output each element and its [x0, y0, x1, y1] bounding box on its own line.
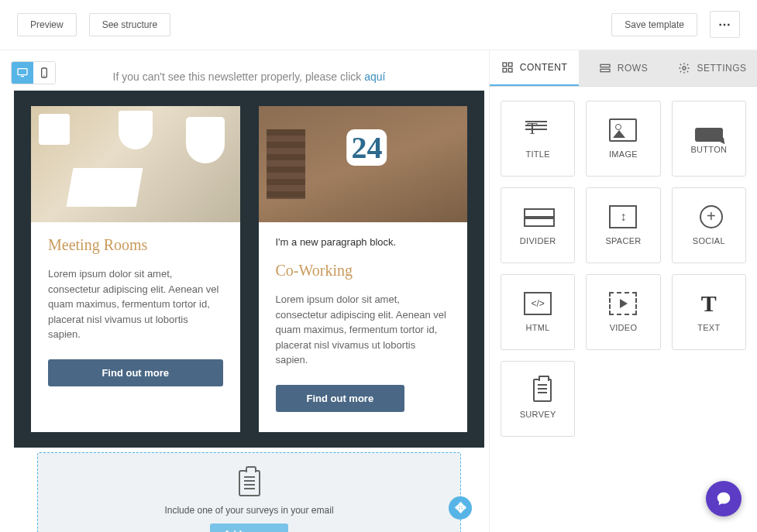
add-survey-button[interactable]: Add survey — [210, 523, 288, 533]
tab-content[interactable]: CONTENT — [490, 50, 579, 86]
find-out-more-button[interactable]: Find out more — [276, 385, 405, 412]
tile-label: TEXT — [697, 323, 720, 332]
tile-image[interactable]: IMAGE — [586, 101, 660, 177]
more-options-button[interactable]: ⋯ — [710, 11, 740, 38]
email-canvas[interactable]: Meeting Rooms Lorem ipsum dolor sit amet… — [14, 91, 484, 448]
tile-label: DIVIDER — [520, 236, 556, 245]
svg-point-3 — [43, 75, 44, 76]
tile-social[interactable]: SOCIAL — [672, 187, 746, 263]
video-icon — [609, 292, 637, 315]
tile-text[interactable]: TEXT — [672, 274, 746, 350]
card-meeting-rooms[interactable]: Meeting Rooms Lorem ipsum dolor sit amet… — [31, 106, 240, 432]
tile-spacer[interactable]: SPACER — [586, 187, 660, 263]
find-out-more-button[interactable]: Find out more — [48, 359, 223, 386]
device-toggle — [11, 61, 56, 84]
title-icon — [524, 118, 552, 142]
move-handle[interactable] — [449, 496, 472, 520]
divider-icon — [524, 205, 552, 228]
sidebar-tabs: CONTENT ROWS SETTINGS — [490, 50, 757, 87]
svg-rect-1 — [21, 76, 24, 77]
svg-point-10 — [683, 67, 686, 70]
desktop-icon — [16, 67, 29, 79]
button-icon — [695, 128, 723, 142]
card-body: Meeting Rooms Lorem ipsum dolor sit amet… — [31, 222, 240, 407]
tile-label: HTML — [526, 323, 550, 332]
mobile-icon — [38, 67, 50, 79]
image-icon — [609, 118, 637, 142]
editor-scroll: If you can't see this newsletter properl… — [0, 50, 489, 532]
editor-pane[interactable]: If you can't see this newsletter properl… — [0, 50, 490, 532]
tile-button[interactable]: BUTTON — [672, 101, 746, 177]
preview-text-prefix: If you can't see this newsletter properl… — [113, 70, 365, 83]
tile-survey[interactable]: SURVEY — [501, 361, 575, 437]
tab-settings[interactable]: SETTINGS — [668, 50, 757, 86]
rows-icon — [599, 62, 611, 74]
top-bar: Preview See structure Save template ⋯ — [0, 0, 757, 50]
tab-rows[interactable]: ROWS — [579, 50, 668, 86]
card-intro-paragraph: I'm a new paragraph block. — [276, 236, 451, 248]
content-tiles-grid: TITLE IMAGE BUTTON DIVIDER SPACER SOCIAL — [490, 87, 757, 451]
svg-rect-8 — [600, 64, 610, 67]
dropzone-wrap: Include one of your surveys in your emai… — [37, 452, 461, 533]
survey-icon — [533, 379, 552, 402]
card-paragraph: Lorem ipsum dolor sit amet, consectetur … — [276, 292, 451, 368]
social-icon — [700, 205, 723, 228]
tile-html[interactable]: HTML — [501, 274, 575, 350]
clipboard-icon — [239, 470, 260, 496]
save-template-button[interactable]: Save template — [611, 13, 697, 36]
see-structure-button[interactable]: See structure — [89, 13, 170, 36]
tile-label: SURVEY — [520, 410, 556, 419]
survey-dropzone[interactable]: Include one of your surveys in your emai… — [37, 452, 461, 533]
mobile-view-button[interactable] — [33, 62, 55, 84]
tile-label: TITLE — [525, 149, 549, 159]
grid-icon — [501, 61, 514, 74]
desktop-view-button[interactable] — [12, 62, 33, 84]
card-body: I'm a new paragraph block. Co-Working Lo… — [259, 222, 468, 432]
tile-title[interactable]: TITLE — [501, 101, 575, 177]
preview-button[interactable]: Preview — [17, 13, 77, 36]
tile-divider[interactable]: DIVIDER — [501, 187, 575, 263]
tab-label: SETTINGS — [697, 63, 746, 74]
gear-icon — [678, 62, 690, 74]
text-icon — [695, 292, 723, 315]
card-paragraph: Lorem ipsum dolor sit amet, consectetur … — [48, 266, 223, 342]
tile-label: SOCIAL — [693, 236, 725, 245]
card-co-working[interactable]: I'm a new paragraph block. Co-Working Lo… — [259, 106, 468, 432]
tab-label: CONTENT — [520, 62, 568, 73]
html-icon — [524, 292, 552, 315]
tile-label: VIDEO — [610, 323, 638, 332]
top-left-group: Preview See structure — [17, 13, 170, 36]
card-title: Meeting Rooms — [48, 236, 223, 254]
chair-shape — [186, 117, 225, 163]
card-image-desk — [31, 106, 240, 222]
spacer-icon — [609, 205, 637, 228]
svg-rect-0 — [18, 69, 27, 75]
svg-rect-9 — [600, 69, 610, 71]
svg-rect-5 — [508, 63, 512, 67]
tile-label: SPACER — [605, 236, 641, 245]
help-chat-button[interactable] — [706, 481, 742, 517]
svg-rect-6 — [503, 68, 507, 72]
top-right-group: Save template ⋯ — [611, 11, 740, 38]
chat-icon — [715, 490, 732, 507]
svg-rect-7 — [508, 68, 512, 72]
preview-text: If you can't see this newsletter properl… — [14, 64, 484, 83]
preview-text-link[interactable]: aquí — [364, 70, 385, 83]
card-image-flatlay — [259, 106, 468, 222]
two-column-row: Meeting Rooms Lorem ipsum dolor sit amet… — [31, 106, 467, 432]
side-panel: CONTENT ROWS SETTINGS TITLE IMAGE — [490, 50, 757, 532]
tile-video[interactable]: VIDEO — [586, 274, 660, 350]
card-title: Co-Working — [276, 262, 451, 280]
svg-rect-4 — [503, 63, 507, 67]
dropzone-text: Include one of your surveys in your emai… — [53, 505, 445, 516]
main-split: If you can't see this newsletter properl… — [0, 50, 757, 532]
chair-shape — [119, 111, 153, 149]
tab-label: ROWS — [618, 63, 648, 74]
tile-label: IMAGE — [609, 149, 638, 159]
